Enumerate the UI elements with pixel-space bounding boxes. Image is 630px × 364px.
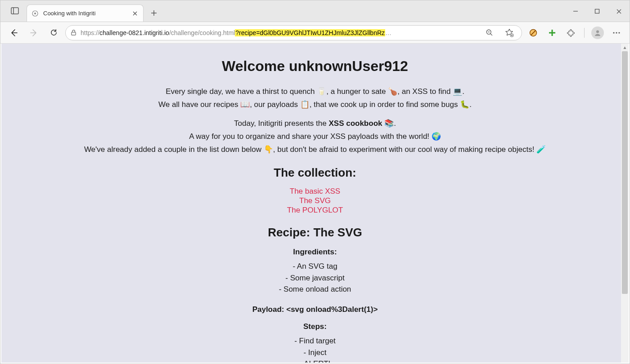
browser-titlebar: Cooking with Intigriti	[0, 0, 630, 22]
intro-line-3: Today, Initigriti presents the XSS cookb…	[28, 118, 602, 129]
url-ellipsis: …	[385, 29, 392, 36]
window-minimize-button[interactable]	[565, 0, 586, 22]
refresh-icon	[50, 28, 58, 37]
intro-line-5: We've already added a couple in the list…	[28, 144, 602, 155]
collection-list: The basic XSS The SVG The POLYGLOT	[1, 187, 629, 215]
svg-rect-9	[595, 9, 599, 13]
favorite-button[interactable]	[502, 25, 517, 40]
more-icon	[612, 29, 621, 37]
tab-actions-button[interactable]	[6, 2, 24, 20]
intro-line-2: We all have our recipes 📖, our payloads …	[28, 99, 602, 111]
steps-heading: Steps:	[1, 322, 629, 331]
page-title: Welcome unknownUser912	[1, 58, 629, 75]
scrollbar-thumb[interactable]	[622, 51, 628, 294]
list-item: - Some javascript	[1, 273, 629, 284]
books-icon: 📚	[384, 119, 394, 128]
nav-back-button[interactable]	[6, 25, 22, 41]
svg-point-26	[618, 32, 620, 33]
extension-button-2[interactable]	[544, 25, 560, 40]
payload-line: Payload: <svg onload%3Dalert(1)>	[1, 305, 629, 314]
clipboard-icon: 📋	[300, 100, 310, 109]
extensions-menu-button[interactable]	[563, 25, 579, 40]
nav-forward-button[interactable]	[26, 25, 42, 41]
new-tab-button[interactable]	[146, 5, 162, 21]
bug-icon: 🐛	[460, 100, 469, 109]
tab-close-button[interactable]	[131, 10, 139, 17]
svg-point-25	[616, 32, 617, 33]
url-query-highlight: ?recipe=dGl0bGU9VGhlJTIwU1ZHJmluZ3JlZGll…	[235, 29, 385, 36]
lock-icon	[70, 29, 77, 36]
collection-link[interactable]: The basic XSS	[1, 187, 629, 196]
intro-block: Every single day, we have a thirst to qu…	[28, 86, 602, 155]
globe-icon: 🌍	[432, 132, 441, 141]
window-maximize-button[interactable]	[586, 0, 608, 22]
minimize-icon	[573, 9, 578, 14]
page-content: Welcome unknownUser912 Every single day,…	[1, 44, 629, 363]
svg-line-15	[490, 33, 492, 35]
nav-refresh-button[interactable]	[45, 25, 62, 41]
collection-link[interactable]: The SVG	[1, 196, 629, 205]
list-item: - Some onload action	[1, 284, 629, 295]
plus-green-icon	[548, 29, 556, 37]
recipe-title: Recipe: The SVG	[1, 226, 629, 240]
list-item: - Find target	[1, 336, 629, 347]
arrow-left-icon	[9, 28, 18, 37]
cup-icon: 🥛	[317, 87, 326, 96]
meat-icon: 🍗	[388, 87, 397, 96]
steps-list: - Find target - Inject - ALERT!	[1, 336, 629, 363]
puzzle-icon	[567, 28, 576, 37]
book-icon: 📖	[240, 100, 250, 109]
svg-point-24	[613, 32, 614, 33]
list-item: - An SVG tag	[1, 261, 629, 272]
address-bar[interactable]: https:// challenge-0821.intigriti.io /ch…	[65, 25, 522, 40]
collection-heading: The collection:	[1, 166, 629, 180]
svg-rect-0	[11, 8, 18, 14]
tab-favicon-icon	[32, 10, 39, 17]
close-icon	[132, 11, 138, 16]
blocked-icon	[529, 28, 538, 37]
page-viewport: ▲ Welcome unknownUser912 Every single da…	[1, 44, 629, 363]
zoom-out-icon	[486, 29, 494, 37]
svg-point-3	[34, 13, 36, 14]
toolbar-separator	[584, 28, 585, 38]
point-down-icon: 👇	[264, 145, 273, 154]
ingredients-list: - An SVG tag - Some javascript - Some on…	[1, 261, 629, 295]
tab-title: Cooking with Intigriti	[43, 10, 131, 17]
arrow-right-icon	[29, 28, 38, 37]
payload-value: <svg onload%3Dalert(1)>	[286, 305, 378, 314]
url-path: /challenge/cooking.html	[169, 29, 235, 36]
svg-point-23	[596, 30, 599, 33]
plus-icon	[151, 10, 157, 16]
intro-line-4: A way for you to organize and share your…	[28, 131, 602, 142]
tab-actions-icon	[11, 7, 19, 15]
browser-tab[interactable]: Cooking with Intigriti	[27, 4, 144, 22]
list-item: - Inject	[1, 347, 629, 359]
url-host: challenge-0821.intigriti.io	[99, 29, 169, 36]
browser-toolbar: https:// challenge-0821.intigriti.io /ch…	[0, 22, 630, 44]
intro-line-1: Every single day, we have a thirst to qu…	[28, 86, 602, 98]
window-close-button[interactable]	[608, 0, 630, 22]
url-scheme: https://	[81, 29, 99, 36]
close-icon	[616, 9, 622, 14]
maximize-icon	[594, 9, 600, 14]
laptop-icon: 💻	[453, 87, 462, 96]
svg-rect-12	[72, 32, 76, 36]
extension-button-1[interactable]	[526, 25, 541, 40]
star-add-icon	[505, 28, 514, 37]
zoom-out-button[interactable]	[482, 25, 497, 40]
addressbar-actions	[478, 25, 517, 40]
testtube-icon: 🧪	[536, 145, 546, 154]
app-menu-button[interactable]	[609, 25, 624, 40]
list-item: - ALERT!	[1, 359, 629, 363]
avatar-icon	[591, 27, 604, 39]
window-controls	[565, 0, 630, 22]
scrollbar[interactable]: ▲	[621, 44, 629, 363]
collection-link[interactable]: The POLYGLOT	[1, 206, 629, 215]
ingredients-heading: Ingredients:	[1, 248, 629, 257]
scrollbar-up-icon[interactable]: ▲	[621, 44, 629, 51]
profile-button[interactable]	[590, 25, 605, 40]
